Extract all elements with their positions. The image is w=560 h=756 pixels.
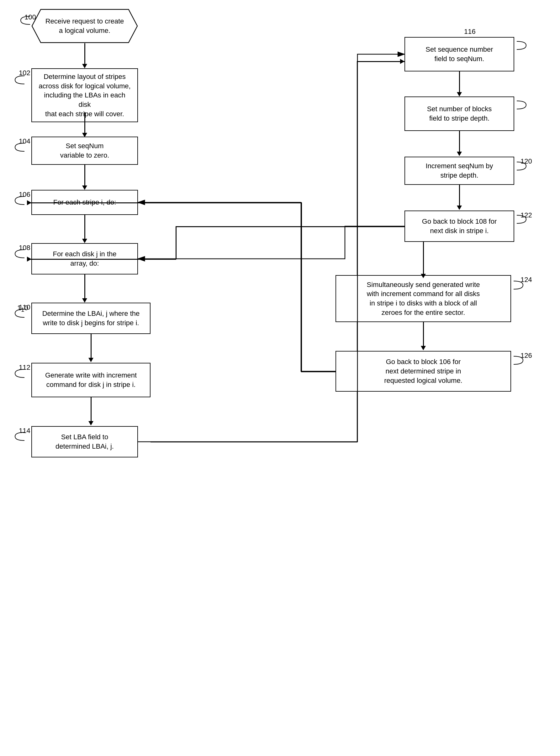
connector-114-116-h2 bbox=[357, 61, 404, 62]
ref-bracket-118 bbox=[514, 100, 529, 110]
connector-126-106-h1 bbox=[301, 371, 336, 372]
ref-bracket-112 bbox=[12, 369, 27, 378]
node-104: Set seqNumvariable to zero. bbox=[31, 136, 138, 165]
arrow-102-104 bbox=[84, 112, 85, 134]
node-122-text: Go back to block 108 fornext disk in str… bbox=[422, 217, 497, 235]
arrowhead-110-112 bbox=[88, 358, 94, 362]
connector-126-106-v bbox=[301, 203, 302, 372]
arrow-108-110 bbox=[84, 274, 85, 299]
node-116-text: Set sequence numberfield to seqNum. bbox=[425, 45, 493, 63]
arrowhead-112-114 bbox=[88, 421, 94, 425]
connector-122-108-h2 bbox=[27, 259, 176, 260]
arrowhead-120-122 bbox=[457, 206, 462, 210]
arrow-110-112 bbox=[91, 334, 92, 359]
ref-bracket-108 bbox=[12, 249, 27, 258]
node-116: Set sequence numberfield to seqNum. bbox=[404, 37, 514, 71]
arrowhead-106-108 bbox=[82, 239, 87, 243]
node-120-text: Increment seqNum bystripe depth. bbox=[425, 161, 493, 180]
node-114-text: Set LBA field todetermined LBAi, j. bbox=[56, 432, 114, 451]
node-112-text: Generate write with incrementcommand for… bbox=[45, 371, 137, 389]
ref-bracket-100 bbox=[18, 16, 33, 25]
ref-bracket-104 bbox=[12, 143, 27, 152]
arrow-106-108 bbox=[84, 215, 85, 240]
arrow-120-122 bbox=[459, 185, 460, 207]
ref-bracket-124 bbox=[511, 280, 526, 290]
arrow-100-102 bbox=[84, 43, 85, 65]
arrowhead-114-116 bbox=[400, 59, 404, 64]
node-120: Increment seqNum bystripe depth. bbox=[404, 156, 514, 185]
connector-114-116-h bbox=[151, 441, 357, 442]
arrowhead-100-102 bbox=[82, 64, 87, 68]
arrowhead-108-110 bbox=[82, 298, 87, 303]
arrowhead-118-120 bbox=[457, 152, 462, 156]
arrow-118-120 bbox=[459, 131, 460, 153]
arrowhead-104-106 bbox=[82, 186, 87, 190]
ref-bracket-122 bbox=[514, 215, 529, 224]
arrowhead-116-118 bbox=[457, 92, 462, 97]
connector-126-106-h2 bbox=[138, 203, 301, 203]
arrow-124-126 bbox=[423, 322, 424, 347]
arrow-to-124 bbox=[423, 242, 424, 275]
arrow-116-118 bbox=[459, 71, 460, 93]
node-104-text: Set seqNumvariable to zero. bbox=[60, 141, 109, 160]
node-118: Set number of blocksfield to stripe dept… bbox=[404, 97, 514, 131]
arrow-112-114 bbox=[91, 397, 92, 422]
connector-122-108-v bbox=[176, 226, 177, 259]
ref-bracket-126 bbox=[511, 356, 526, 365]
node-122: Go back to block 108 fornext disk in str… bbox=[404, 211, 514, 242]
ref-bracket-106 bbox=[12, 196, 27, 205]
ref-bracket-114 bbox=[12, 432, 27, 441]
node-110: Determine the LBAi, j where thewrite to … bbox=[31, 303, 151, 334]
node-116-ref: 116 bbox=[464, 27, 476, 36]
arrowhead-124-126 bbox=[421, 346, 426, 350]
node-114: Set LBA field todetermined LBAi, j. bbox=[31, 426, 138, 457]
node-126-text: Go back to block 106 fornext determined … bbox=[384, 357, 462, 385]
flowchart-diagram: 100 Receive request to createa logical v… bbox=[0, 0, 560, 756]
arrow-104-106 bbox=[84, 165, 85, 187]
node-124-text: Simultaneously send generated writewith … bbox=[367, 280, 480, 317]
connector-122-108-h1 bbox=[176, 226, 404, 227]
ref-bracket-110 bbox=[12, 309, 27, 318]
ref-bracket-116 bbox=[514, 41, 529, 50]
node-124: Simultaneously send generated writewith … bbox=[336, 275, 511, 322]
arrowhead-to-124 bbox=[421, 274, 426, 278]
ref-bracket-120 bbox=[514, 161, 529, 171]
node-100-shape: Receive request to createa logical volum… bbox=[31, 9, 138, 43]
node-110-text: Determine the LBAi, j where thewrite to … bbox=[42, 309, 140, 328]
node-102-text: Determine layout of stripesacross disk f… bbox=[37, 72, 132, 119]
node-112: Generate write with incrementcommand for… bbox=[31, 363, 151, 397]
connector-126-106-h3 bbox=[27, 203, 139, 203]
node-126: Go back to block 106 fornext determined … bbox=[336, 351, 511, 392]
ref-bracket-102 bbox=[12, 75, 27, 85]
node-100-text: Receive request to createa logical volum… bbox=[45, 17, 124, 35]
node-118-text: Set number of blocksfield to stripe dept… bbox=[427, 104, 492, 123]
